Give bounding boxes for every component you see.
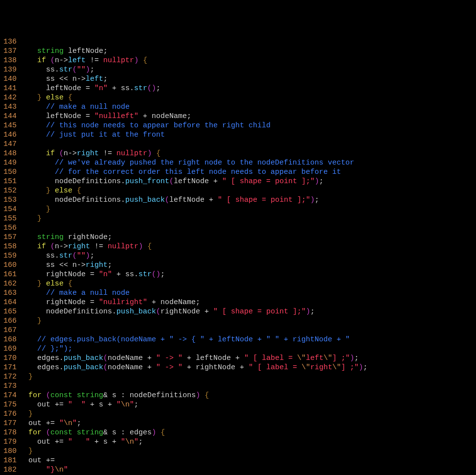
code-line[interactable]: // this node needs to appear before the … bbox=[20, 121, 367, 130]
code-token bbox=[20, 47, 37, 55]
code-token: str bbox=[134, 84, 147, 93]
code-token: { bbox=[143, 56, 147, 65]
code-token: ; bbox=[77, 419, 81, 428]
code-token bbox=[72, 428, 77, 437]
code-line[interactable]: for (const string& s : edges) { bbox=[20, 428, 367, 437]
code-token: " bbox=[59, 419, 64, 428]
code-token: string bbox=[37, 233, 64, 241]
code-line[interactable]: ss.str(""); bbox=[20, 251, 367, 261]
code-token: const bbox=[50, 391, 72, 400]
code-token: " [ label = bbox=[249, 363, 301, 372]
code-token: ) bbox=[86, 252, 90, 260]
code-line[interactable]: leftNode = "n" + ss.str(); bbox=[20, 84, 367, 93]
code-line[interactable]: nodeDefinitions.push_back(rightNode + " … bbox=[20, 307, 367, 316]
code-line[interactable]: string leftNode; bbox=[20, 47, 367, 56]
code-editor[interactable]: 136 137 138 139 140 141 142 143 144 145 … bbox=[0, 37, 476, 475]
code-token: \n bbox=[125, 438, 134, 446]
code-token bbox=[20, 289, 46, 297]
code-line[interactable]: } bbox=[20, 409, 367, 419]
code-token: left bbox=[68, 56, 86, 65]
code-content[interactable]: string leftNode; if (n->left != nullptr)… bbox=[20, 37, 367, 475]
code-line[interactable] bbox=[20, 37, 367, 47]
code-line[interactable]: } bbox=[20, 205, 367, 214]
code-token: " -> " bbox=[156, 363, 182, 372]
code-token: ( bbox=[72, 66, 77, 74]
code-token: { bbox=[160, 428, 165, 437]
code-token: != bbox=[90, 242, 108, 251]
code-line[interactable]: nodeDefinitions.push_front(leftNode + " … bbox=[20, 177, 367, 186]
code-line[interactable]: } else { bbox=[20, 186, 367, 195]
code-token: ) bbox=[134, 56, 138, 65]
code-line[interactable] bbox=[20, 326, 367, 335]
code-line[interactable]: ss.str(""); bbox=[20, 65, 367, 74]
code-line[interactable] bbox=[20, 381, 367, 391]
code-token: ; bbox=[156, 84, 160, 93]
code-line[interactable]: } bbox=[20, 214, 367, 223]
code-token: "" bbox=[77, 66, 86, 74]
code-token: // for the correct order this left node … bbox=[55, 168, 341, 176]
code-token: + nodeName; bbox=[147, 298, 200, 307]
code-token: ( bbox=[50, 56, 55, 65]
code-token: leftNode + bbox=[174, 177, 222, 186]
code-token bbox=[20, 410, 28, 418]
code-token: \n bbox=[55, 466, 64, 474]
code-token: string bbox=[77, 428, 103, 437]
code-line[interactable]: out += " " + s + "\n"; bbox=[20, 437, 367, 447]
code-token: else bbox=[46, 94, 64, 102]
code-line[interactable]: rightNode = "nullright" + nodeName; bbox=[20, 298, 367, 307]
code-line[interactable]: // make a null node bbox=[20, 102, 367, 112]
code-token bbox=[20, 149, 46, 158]
code-line[interactable]: for (const string& s : nodeDefinitions) … bbox=[20, 391, 367, 400]
code-line[interactable] bbox=[20, 223, 367, 233]
code-token: " bbox=[134, 438, 138, 446]
code-token: ] ;" bbox=[332, 354, 350, 362]
code-token bbox=[20, 205, 46, 214]
code-token bbox=[20, 103, 46, 111]
code-line[interactable]: out += " " + s + "\n"; bbox=[20, 400, 367, 409]
code-line[interactable]: ss << n->right; bbox=[20, 261, 367, 270]
code-token: ; bbox=[315, 196, 319, 204]
code-token: str bbox=[59, 252, 72, 260]
code-line[interactable]: // edges.push_back(nodeName + " -> { " +… bbox=[20, 335, 367, 344]
code-token: ) bbox=[350, 354, 354, 362]
code-line[interactable]: // };"); bbox=[20, 344, 367, 354]
code-token: != bbox=[86, 56, 103, 65]
code-token bbox=[143, 242, 147, 251]
code-line[interactable]: out += "\n"; bbox=[20, 419, 367, 428]
code-line[interactable]: string rightNode; bbox=[20, 233, 367, 242]
code-line[interactable]: nodeDefinitions.push_back(leftNode + " [… bbox=[20, 195, 367, 205]
code-token: + ss. bbox=[108, 84, 134, 93]
code-line[interactable]: } else { bbox=[20, 93, 367, 102]
code-line[interactable]: edges.push_back(nodeName + " -> " + left… bbox=[20, 354, 367, 363]
code-line[interactable]: rightNode = "n" + ss.str(); bbox=[20, 270, 367, 279]
code-line[interactable]: // make a null node bbox=[20, 288, 367, 298]
code-token: ( bbox=[46, 428, 50, 437]
code-line[interactable]: if (n->left != nullptr) { bbox=[20, 56, 367, 65]
code-token bbox=[20, 317, 37, 325]
code-token: ss << n-> bbox=[20, 261, 86, 269]
code-token: // edges.push_back(nodeName + " -> { " +… bbox=[37, 335, 350, 344]
code-line[interactable]: if (n->right != nullptr) { bbox=[20, 242, 367, 251]
code-line[interactable]: } bbox=[20, 447, 367, 456]
code-token: ( bbox=[59, 149, 64, 158]
code-line[interactable]: } bbox=[20, 372, 367, 381]
code-line[interactable]: ss << n->left; bbox=[20, 74, 367, 84]
code-line[interactable]: out += bbox=[20, 456, 367, 465]
code-token bbox=[42, 94, 46, 102]
code-line[interactable]: // for the correct order this left node … bbox=[20, 167, 367, 177]
code-line[interactable]: } bbox=[20, 316, 367, 326]
code-line[interactable]: // we've already pushed the right node t… bbox=[20, 158, 367, 167]
code-line[interactable]: if (n->right != nullptr) { bbox=[20, 149, 367, 158]
code-token: // make a null node bbox=[46, 103, 130, 111]
code-token bbox=[20, 131, 46, 139]
code-line[interactable]: edges.push_back(nodeName + " -> " + righ… bbox=[20, 363, 367, 372]
code-token bbox=[20, 233, 37, 241]
code-token: ( bbox=[103, 363, 108, 372]
code-line[interactable] bbox=[20, 140, 367, 149]
code-line[interactable]: "}\n" bbox=[20, 465, 367, 475]
code-token: rightNode = bbox=[20, 298, 99, 307]
code-line[interactable]: // just put it at the front bbox=[20, 130, 367, 140]
code-line[interactable]: } else { bbox=[20, 279, 367, 288]
code-line[interactable]: leftNode = "nullleft" + nodeName; bbox=[20, 112, 367, 121]
code-token: ; bbox=[103, 75, 108, 83]
